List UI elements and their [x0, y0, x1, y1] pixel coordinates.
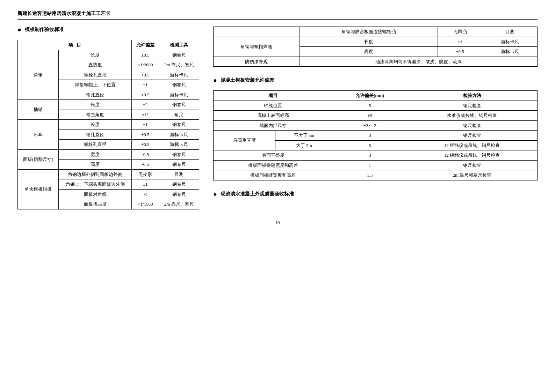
- item-method: 钢尺检查: [407, 101, 537, 111]
- item-name: 角钢上、下端头离面板边外侧: [58, 179, 132, 190]
- item-tool: 钢卷尺: [159, 50, 199, 60]
- item-tool: 游标卡尺: [482, 37, 538, 47]
- right-top-table: 角钢与胶合板面连接螺栓凸 无凹凸 目测 角钢与螺帽焊缝 长度 +1 游标卡尺 高…: [213, 27, 538, 67]
- item-tool: 钢卷尺: [159, 80, 199, 90]
- item-desc: 油漆涂刷均匀不得漏涂、皱皮、脱皮、流淌: [300, 57, 537, 67]
- item-name: 长度: [300, 37, 438, 47]
- item-tool: 钢卷尺: [159, 160, 199, 170]
- right-bottom-table: 项目 允许偏差(mm) 检验方法 轴线位置 5 钢尺检查 底模上表面标高 ±5 …: [213, 90, 538, 180]
- item-tolerance: ±1: [132, 120, 159, 130]
- item-tolerance: -0.5: [132, 160, 159, 170]
- item-tool: 游标卡尺: [482, 47, 538, 57]
- item-tolerance: 1: [333, 160, 407, 170]
- left-table: 项 目 允许偏差 检测工具 角钢 长度 ±0.5 钢卷尺 直线度 <1/2000…: [17, 40, 199, 209]
- item-tolerance: ±5: [333, 111, 407, 121]
- item-method: J2 经纬仪或吊线、钢尺检查: [407, 140, 537, 150]
- item-tool: 游标卡尺: [159, 140, 199, 150]
- table-row: 插销 长度 ±2 钢卷尺: [18, 100, 199, 110]
- item-tolerance: +0.5: [132, 130, 159, 140]
- item-tolerance: 3: [333, 150, 407, 161]
- item-name: 长度: [58, 50, 132, 60]
- category-diaorer: 吊耳: [18, 120, 59, 150]
- bottom-section-title: 现浇清水混凝土外观质量验收标准: [221, 191, 294, 197]
- table-row: 轴线位置 5 钢尺检查: [214, 101, 538, 111]
- item-tolerance: <1/2000: [132, 60, 159, 70]
- left-section: ● 模板制作验收标准 项 目 允许偏差 检测工具 角钢 长度 ±0.5 钢卷尺: [17, 27, 199, 209]
- bottom-bullet: ●: [213, 191, 217, 197]
- table-row: 角钢 长度 ±0.5 钢卷尺: [18, 50, 199, 60]
- item-tolerance: +2～-3: [333, 120, 407, 131]
- item-name: 长度: [58, 100, 132, 110]
- left-section-header: ● 模板制作验收标准: [17, 27, 199, 33]
- item-tool: 钢卷尺: [159, 189, 199, 199]
- item-name: 销孔直径: [58, 90, 132, 100]
- left-section-title: 模板制作验收标准: [25, 27, 64, 33]
- item-method: 钢尺检查: [407, 120, 537, 131]
- item-desc: 角钢与胶合板面连接螺栓凸: [300, 27, 438, 37]
- item-tolerance: +0.5: [438, 47, 482, 57]
- item-tool: 目测: [159, 169, 199, 179]
- col-tolerance: 允许偏差: [132, 40, 159, 50]
- item-tolerance: +1: [438, 37, 482, 47]
- right-section: 角钢与胶合板面连接螺栓凸 无凹凸 目测 角钢与螺帽焊缝 长度 +1 游标卡尺 高…: [213, 27, 538, 209]
- category-jiaogan: 角钢: [18, 50, 59, 100]
- item-name: 螺栓孔直径: [58, 140, 132, 150]
- item-tolerance: 1.5: [333, 170, 407, 180]
- item-name: 长度: [58, 120, 132, 130]
- category-hanfeng: 角钢与螺帽焊缝: [214, 37, 300, 57]
- item-name: 模板面板拼缝宽度和高差: [214, 160, 333, 170]
- table-row: 模板面板拼缝宽度和高差 1 钢尺检查: [214, 160, 538, 170]
- table-row: 面板(切割尺寸) 宽度 -0.5 钢卷尺: [18, 149, 199, 160]
- category-mianban: 面板(切割尺寸): [18, 149, 59, 169]
- col-item: 项 目: [18, 40, 132, 50]
- item-tool: 目测: [482, 27, 538, 37]
- item-name: 面板扰曲度: [58, 199, 132, 209]
- category-fangxiu: 防锈漆外观: [214, 57, 300, 67]
- item-name: 底模上表面标高: [214, 111, 333, 121]
- item-name: 角钢边框外侧到面板边外侧: [58, 169, 132, 179]
- item-tolerance: ±1: [132, 80, 159, 90]
- table-row: 底模上表面标高 ±5 水准仪或拉线、钢尺检查: [214, 111, 538, 121]
- item-tool: 游标卡尺: [159, 90, 199, 100]
- col-method: 检验方法: [407, 91, 537, 101]
- item-subname: 大于 5m: [275, 140, 333, 150]
- table-row: 表面平整度 3 J2 经纬仪或吊线、钢尺检查: [214, 150, 538, 161]
- right-table-header: 项目 允许偏差(mm) 检验方法: [214, 91, 538, 101]
- table-row: 防锈漆外观 油漆涂刷均匀不得漏涂、皱皮、脱皮、流淌: [214, 57, 538, 67]
- item-name: 螺栓孔直径: [58, 70, 132, 80]
- item-method: 水准仪或拉线、钢尺检查: [407, 111, 537, 121]
- table-row: 角钢与螺帽焊缝 长度 +1 游标卡尺: [214, 37, 538, 47]
- item-tolerance: ±0.5: [132, 50, 159, 60]
- item-name: 销孔直径: [58, 130, 132, 140]
- item-name: 表面平整度: [214, 150, 333, 161]
- item-method: J2 经纬仪或吊线、钢尺检查: [407, 150, 537, 161]
- table-row: 模板间接缝宽度和高差 1.5 2m 靠尺和塞尺检查: [214, 170, 538, 180]
- item-name: 弯曲角度: [58, 110, 132, 120]
- page-header-title: 新建长途客运站用房清水混凝土施工工艺卡: [17, 11, 110, 16]
- item-tool: 钢卷尺: [159, 120, 199, 130]
- item-tool: 游标卡尺: [159, 130, 199, 140]
- item-method: 钢尺检查: [407, 160, 537, 170]
- table-row: 层高垂直度 不大于 5m 3 钢尺检查: [214, 131, 538, 141]
- item-tolerance: ±0.5: [132, 90, 159, 100]
- col-tool: 检测工具: [159, 40, 199, 50]
- item-tool: 2m 靠尺、塞尺: [159, 199, 199, 209]
- table-row: 角钢与胶合板面连接螺栓凸 无凹凸 目测: [214, 27, 538, 37]
- item-tool: 钢卷尺: [159, 149, 199, 160]
- item-name: 轴线位置: [214, 101, 333, 111]
- col-item: 项目: [214, 91, 333, 101]
- table-row: 截面内部尺寸 +2～-3 钢尺检查: [214, 120, 538, 131]
- item-tolerance: 5: [333, 101, 407, 111]
- item-tolerance: ±2: [132, 100, 159, 110]
- item-tolerance: +0.5: [132, 70, 159, 80]
- item-tolerance: <1/1500: [132, 199, 159, 209]
- item-subname: 不大于 5m: [275, 131, 333, 141]
- item-name: 焊接螺帽上、下位置: [58, 80, 132, 90]
- item-name: 截面内部尺寸: [214, 120, 333, 131]
- item-tolerance: -1: [132, 189, 159, 199]
- item-method: 钢尺检查: [407, 131, 537, 141]
- item-name: 高度: [300, 47, 438, 57]
- item-tolerance: 无变形: [132, 169, 159, 179]
- item-name: 高度: [58, 160, 132, 170]
- item-tool: 角尺: [159, 110, 199, 120]
